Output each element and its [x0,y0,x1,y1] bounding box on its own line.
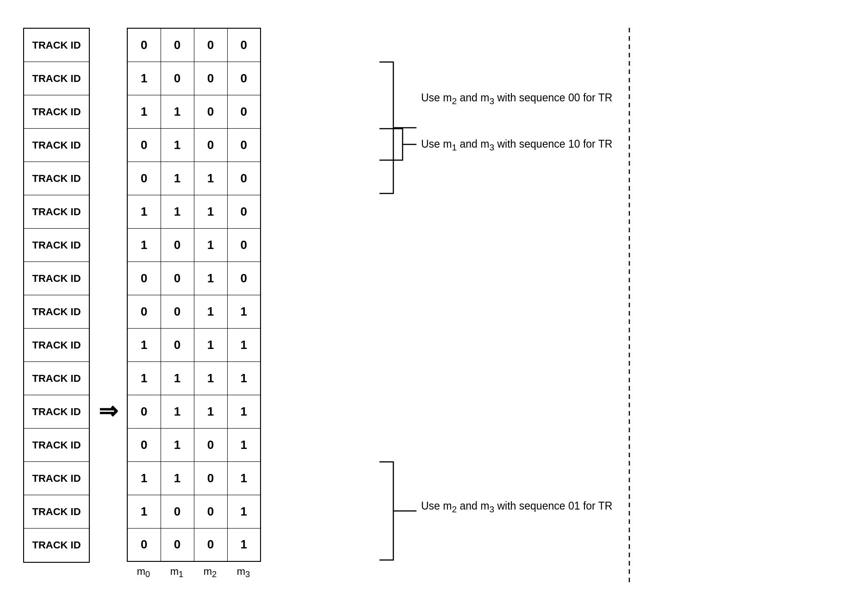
bit-cell: 1 [127,495,161,528]
bit-cell: 1 [194,261,227,295]
bit-cell: 0 [127,28,161,62]
bit-cell: 0 [161,495,194,528]
bit-cell: 1 [161,461,194,495]
bit-cell: 0 [161,228,194,261]
bit-cell: 0 [194,495,227,528]
track-id-cell-5: TRACK ID [24,195,89,229]
track-id-cell-15: TRACK ID [24,529,89,562]
bit-cell: 0 [127,128,161,162]
annotation-bracket1: Use m2 and m3 with sequence 00 for TR [421,92,612,106]
bit-cell: 0 [127,295,161,328]
bit-cell: 0 [194,95,227,128]
bit-cell: 0 [194,28,227,62]
bit-cell: 1 [227,328,261,361]
bit-cell: 0 [227,62,261,95]
bit-cell: 0 [161,261,194,295]
bit-cell: 1 [161,128,194,162]
bit-cell: 1 [161,361,194,395]
table-row: 1011 [127,328,261,361]
bit-cell: 1 [227,495,261,528]
bit-cell: 1 [161,428,194,461]
track-id-cell-2: TRACK ID [24,95,89,129]
table-row: 0111 [127,395,261,428]
bit-cell: 1 [127,195,161,228]
table-row: 0010 [127,261,261,295]
col-label-m1: m1 [160,566,193,579]
bit-cell: 1 [227,528,261,561]
bit-cell: 1 [194,395,227,428]
main-container: TRACK ID TRACK ID TRACK ID TRACK ID TRAC… [23,28,261,579]
bit-cell: 0 [127,162,161,195]
bit-cell: 0 [227,162,261,195]
bit-grid-table: 0000 1000 1100 0100 0110 1110 1010 0010 … [127,28,261,562]
table-row: 1100 [127,95,261,128]
bit-cell: 1 [127,328,161,361]
col-label-m3: m3 [227,566,260,579]
bit-cell: 1 [127,461,161,495]
bit-cell: 0 [161,295,194,328]
svg-overlay [245,28,801,616]
bit-cell: 0 [194,128,227,162]
column-labels: m0 m1 m2 m3 [127,566,261,579]
bit-cell: 1 [194,328,227,361]
bit-cell: 1 [194,361,227,395]
bit-cell: 1 [161,195,194,228]
track-id-cell-14: TRACK ID [24,495,89,529]
bit-cell: 0 [194,461,227,495]
track-id-cell-7: TRACK ID [24,262,89,295]
bit-cell: 0 [194,528,227,561]
track-id-cell-9: TRACK ID [24,329,89,362]
bit-cell: 0 [227,228,261,261]
table-row: 0000 [127,28,261,62]
bit-cell: 0 [227,95,261,128]
table-row: 0110 [127,162,261,195]
bit-cell: 1 [127,62,161,95]
table-row: 1000 [127,62,261,95]
bit-cell: 0 [227,28,261,62]
col-label-m2: m2 [193,566,227,579]
bit-cell: 1 [161,95,194,128]
bit-cell: 1 [194,162,227,195]
bit-cell: 0 [227,261,261,295]
bit-cell: 1 [161,162,194,195]
track-id-cell-3: TRACK ID [24,129,89,162]
track-id-cell-0: TRACK ID [24,29,89,62]
bit-cell: 0 [127,261,161,295]
table-row: 0101 [127,428,261,461]
track-id-cell-10: TRACK ID [24,362,89,395]
track-id-cell-8: TRACK ID [24,295,89,329]
bit-cell: 0 [227,128,261,162]
table-row: 1111 [127,361,261,395]
bit-cell: 0 [227,195,261,228]
bit-cell: 1 [227,361,261,395]
bit-cell: 1 [127,361,161,395]
bit-cell: 0 [161,28,194,62]
table-row: 1010 [127,228,261,261]
table-row: 1001 [127,495,261,528]
bit-cell: 1 [127,228,161,261]
annotation-bracket3: Use m2 and m3 with sequence 01 for TR [421,500,612,515]
right-arrow: ⇒ [99,398,118,424]
bit-cell: 1 [227,428,261,461]
bit-cell: 0 [194,428,227,461]
bit-cell: 0 [161,62,194,95]
track-id-cell-12: TRACK ID [24,429,89,462]
table-row: 0100 [127,128,261,162]
bit-cell: 0 [127,395,161,428]
bit-cell: 0 [161,328,194,361]
track-id-cell-13: TRACK ID [24,462,89,495]
bit-grid-wrapper: 0000 1000 1100 0100 0110 1110 1010 0010 … [127,28,261,579]
bit-cell: 0 [127,428,161,461]
bit-cell: 1 [194,195,227,228]
track-id-cell-1: TRACK ID [24,62,89,95]
bit-cell: 1 [161,395,194,428]
track-id-cell-6: TRACK ID [24,229,89,262]
table-row: 0001 [127,528,261,561]
track-id-column: TRACK ID TRACK ID TRACK ID TRACK ID TRAC… [23,28,90,563]
bit-cell: 0 [194,62,227,95]
table-row: 0011 [127,295,261,328]
track-id-cell-4: TRACK ID [24,162,89,195]
bit-cell: 1 [127,95,161,128]
bit-cell: 0 [127,528,161,561]
col-label-m0: m0 [127,566,160,579]
